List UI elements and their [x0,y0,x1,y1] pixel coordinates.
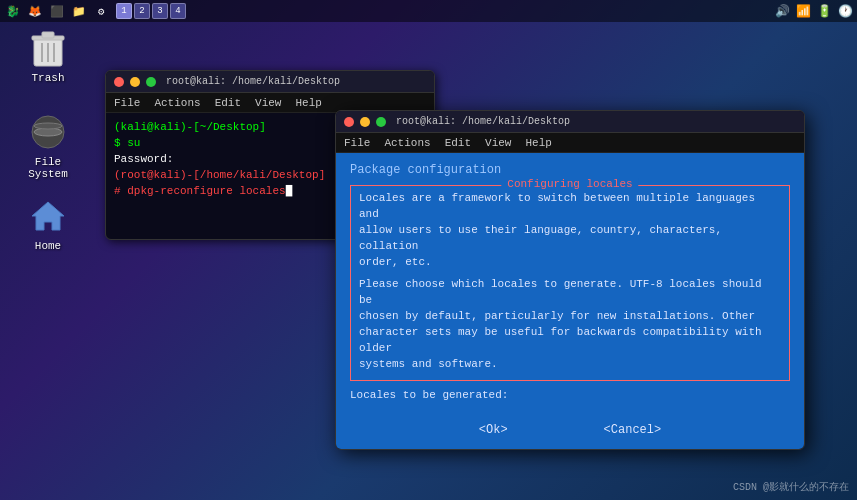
home-icon [28,196,68,236]
ok-button[interactable]: <Ok> [471,421,516,439]
menu-file-bg[interactable]: File [114,97,140,109]
taskbar: 🐉 🦊 ⬛ 📁 ⚙️ 1 2 3 4 🔊 📶 🔋 🕐 [0,0,857,22]
minimize-button-dialog[interactable] [360,117,370,127]
terminal-titlebar-bg: root@kali: /home/kali/Desktop [106,71,434,93]
pkg-config-title: Package configuration [350,163,790,177]
workspace-switcher[interactable]: 1 2 3 4 [116,3,186,19]
filesystem-icon [28,112,68,152]
taskbar-app-icons: 🐉 🦊 ⬛ 📁 ⚙️ [4,2,110,20]
dialog-window: root@kali: /home/kali/Desktop File Actio… [335,110,805,450]
close-button-bg[interactable] [114,77,124,87]
clock-icon[interactable]: 🕐 [838,4,853,19]
volume-icon[interactable]: 🔊 [775,4,790,19]
locales-list-section: Locales to be generated: [ ] All locales… [350,389,790,405]
svg-point-8 [34,123,62,129]
dialog-menu-view[interactable]: View [485,137,511,149]
dialog-menu-actions[interactable]: Actions [384,137,430,149]
dialog-menu-edit[interactable]: Edit [445,137,471,149]
cancel-button[interactable]: <Cancel> [596,421,670,439]
config-description: Locales are a framework to switch betwee… [359,190,781,372]
config-locales-box: Configuring locales Locales are a framew… [350,185,790,381]
network-icon[interactable]: 📶 [796,4,811,19]
menu-help-bg[interactable]: Help [295,97,321,109]
watermark: CSDN @影就什么的不存在 [733,480,849,494]
browser-icon[interactable]: 🦊 [26,2,44,20]
kali-menu-icon[interactable]: 🐉 [4,2,22,20]
dialog-menu-help[interactable]: Help [525,137,551,149]
dialog-menubar: File Actions Edit View Help [336,133,804,153]
dialog-content: Package configuration Configuring locale… [336,153,804,449]
menu-view-bg[interactable]: View [255,97,281,109]
menu-actions-bg[interactable]: Actions [154,97,200,109]
terminal-title-bg: root@kali: /home/kali/Desktop [166,76,340,87]
dialog-title: root@kali: /home/kali/Desktop [396,116,570,127]
trash-label: Trash [31,72,64,84]
trash-icon-desktop[interactable]: Trash [16,28,80,84]
filesystem-label: File System [16,156,80,180]
svg-marker-9 [32,202,64,230]
minimize-button-bg[interactable] [130,77,140,87]
dialog-menu-file[interactable]: File [344,137,370,149]
battery-icon[interactable]: 🔋 [817,4,832,19]
taskbar-right: 🔊 📶 🔋 🕐 [775,4,853,19]
file-manager-icon[interactable]: 📁 [70,2,88,20]
filesystem-icon-desktop[interactable]: File System [16,112,80,180]
home-label: Home [35,240,61,252]
locales-to-generate-label: Locales to be generated: [350,389,790,401]
workspace-1[interactable]: 1 [116,3,132,19]
dialog-buttons: <Ok> <Cancel> [350,415,790,439]
workspace-2[interactable]: 2 [134,3,150,19]
trash-icon [28,28,68,68]
svg-rect-2 [42,32,54,38]
settings-icon[interactable]: ⚙️ [92,2,110,20]
dialog-titlebar: root@kali: /home/kali/Desktop [336,111,804,133]
workspace-3[interactable]: 3 [152,3,168,19]
workspace-4[interactable]: 4 [170,3,186,19]
menu-edit-bg[interactable]: Edit [215,97,241,109]
config-locales-label: Configuring locales [501,178,638,190]
close-button-dialog[interactable] [344,117,354,127]
home-icon-desktop[interactable]: Home [16,196,80,252]
maximize-button-bg[interactable] [146,77,156,87]
terminal-icon[interactable]: ⬛ [48,2,66,20]
maximize-button-dialog[interactable] [376,117,386,127]
